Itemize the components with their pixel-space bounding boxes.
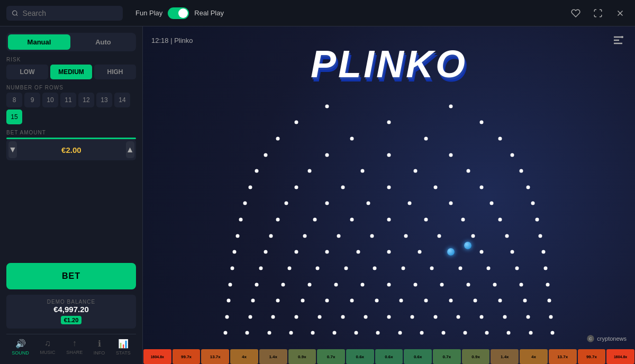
row-10[interactable]: 10: [42, 93, 58, 107]
main-content: Manual Auto RISK LOW MEDIUM HIGH NUMBER …: [0, 26, 635, 364]
peg: [356, 250, 360, 254]
stats-icon: 📊: [118, 339, 129, 349]
peg: [480, 250, 484, 254]
nav-sound[interactable]: 🔊 SOUND: [12, 339, 29, 356]
peg: [243, 202, 247, 205]
close-button[interactable]: [612, 5, 629, 22]
row-11[interactable]: 11: [60, 93, 76, 107]
peg: [503, 315, 506, 319]
bet-increase-button[interactable]: ▲: [126, 141, 134, 158]
peg: [251, 299, 255, 303]
bucket-13: 4x: [520, 349, 548, 364]
nav-info[interactable]: ℹ INFO: [94, 339, 105, 356]
peg: [246, 331, 249, 335]
peg: [344, 266, 348, 270]
risk-buttons: LOW MEDIUM HIGH: [6, 65, 136, 79]
game-time-title: 12:18 | Plinko: [151, 37, 193, 44]
bucket-14: 13.7x: [549, 349, 577, 364]
tab-auto[interactable]: Auto: [72, 34, 134, 50]
peg: [269, 234, 273, 238]
peg: [334, 283, 338, 286]
row-12[interactable]: 12: [78, 93, 94, 107]
risk-medium[interactable]: MEDIUM: [50, 65, 92, 79]
cryptonews-label: cryptonews: [597, 335, 627, 342]
peg: [438, 234, 441, 238]
peg: [287, 266, 291, 270]
row-15[interactable]: 15: [6, 110, 22, 124]
game-area: 12:18 | Plinko PLINKO 1604.8x99.7x13.7x4…: [143, 26, 635, 364]
peg: [548, 299, 551, 303]
demo-balance-amount: €4,997.20: [11, 305, 132, 314]
peg: [276, 136, 280, 140]
mode-toggle-switch[interactable]: [168, 7, 189, 19]
sound-icon: 🔊: [15, 339, 26, 349]
search-box: [6, 6, 123, 21]
bet-amount-input[interactable]: [20, 145, 123, 154]
peg: [259, 266, 262, 270]
bet-amount-row: ▼ ▲: [6, 139, 136, 160]
mode-toggle: Fun Play Real Play: [135, 7, 224, 19]
game-menu-icon[interactable]: [610, 32, 627, 49]
favorite-button[interactable]: [567, 5, 584, 22]
peg: [467, 283, 470, 286]
peg: [387, 283, 391, 286]
bet-amount-section: BET AMOUNT ▼ ▲: [6, 130, 136, 160]
peg: [361, 283, 365, 286]
peg: [480, 121, 484, 124]
peg: [424, 218, 428, 222]
peg: [387, 121, 391, 124]
peg: [520, 169, 523, 173]
peg: [387, 218, 391, 222]
peg: [325, 250, 329, 254]
peg: [337, 234, 340, 238]
header-actions: [567, 5, 629, 22]
search-input[interactable]: [23, 9, 117, 17]
peg: [526, 185, 530, 189]
peg: [313, 218, 317, 222]
peg: [505, 234, 509, 238]
bucket-8: 0.6x: [375, 349, 403, 364]
peg: [401, 266, 405, 270]
bucket-4: 1.4x: [259, 349, 287, 364]
row-14[interactable]: 14: [114, 93, 130, 107]
bet-decrease-button[interactable]: ▼: [8, 141, 17, 158]
risk-low[interactable]: LOW: [6, 65, 48, 79]
peg: [255, 169, 259, 173]
peg: [311, 331, 314, 335]
peg: [539, 234, 542, 238]
peg: [433, 315, 437, 319]
peg: [230, 266, 234, 270]
peg: [511, 250, 514, 254]
peg: [474, 299, 477, 303]
peg: [449, 202, 452, 205]
peg: [308, 283, 312, 286]
rows-label: NUMBER OF ROWS: [6, 85, 136, 90]
peg: [248, 185, 252, 189]
music-icon: ♫: [44, 339, 51, 348]
nav-stats[interactable]: 📊 STATS: [116, 339, 131, 356]
fullscreen-button[interactable]: [589, 5, 606, 22]
row-9[interactable]: 9: [24, 93, 40, 107]
peg: [387, 185, 391, 189]
peg: [498, 299, 502, 303]
bet-button[interactable]: BET: [6, 263, 136, 289]
peg: [541, 250, 545, 254]
demo-balance: DEMO BALANCE €4,997.20 €1.20: [6, 295, 136, 329]
nav-share[interactable]: ↑ SHARE: [66, 339, 83, 356]
peg: [493, 283, 497, 286]
peg: [461, 218, 465, 222]
risk-high[interactable]: HIGH: [94, 65, 136, 79]
tab-manual[interactable]: Manual: [8, 34, 70, 50]
peg: [229, 283, 232, 286]
peg: [398, 331, 402, 335]
nav-music[interactable]: ♫ MUSIC: [40, 339, 56, 356]
row-13[interactable]: 13: [96, 93, 112, 107]
peg: [325, 202, 329, 205]
peg: [284, 202, 288, 205]
row-8[interactable]: 8: [6, 93, 22, 107]
peg: [550, 331, 554, 335]
bucket-2: 13.7x: [201, 349, 229, 364]
peg: [325, 299, 329, 303]
peg: [295, 185, 298, 189]
peg: [387, 153, 391, 157]
